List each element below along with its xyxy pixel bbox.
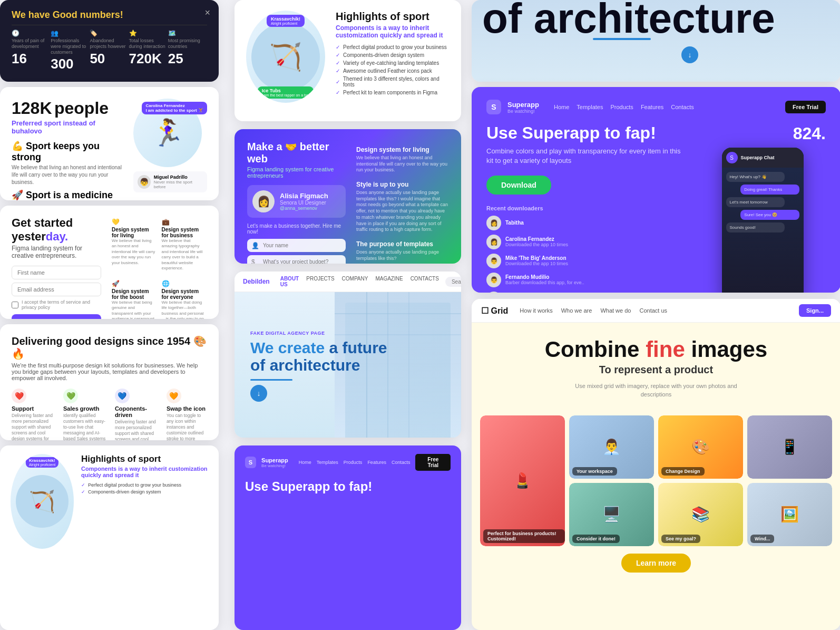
close-icon[interactable]: × <box>204 7 210 18</box>
terms-checkbox[interactable] <box>12 302 18 308</box>
nav-search-input[interactable] <box>445 277 461 287</box>
stat-countries-label: Most promising countries <box>168 38 207 50</box>
arch-headline: We create a future of architecture <box>250 339 387 374</box>
img-caption-design: Change Design <box>661 467 705 476</box>
arch-circle-down[interactable]: ↓ <box>681 46 698 63</box>
sb-nav-products[interactable]: Products <box>344 460 363 465</box>
user-badge-bottom: Ice Tubs I am the best rapper on a bar <box>258 86 314 99</box>
sport-section1-title: 💪 Sport keeps you strong <box>12 140 125 163</box>
stats-row: 🕐 Years of pain of development 16 👥 Prof… <box>12 30 207 72</box>
svc-support: ❤️ Support Delivering faster and more pe… <box>12 389 55 440</box>
design-headline: Delivering good designs since 1954 🎨🔥 <box>12 335 207 360</box>
phone-header: S Superapp Chat <box>722 148 804 168</box>
chat-msg-4: Sure! See you 😊 <box>740 210 799 220</box>
arch-navbar: Debilden ABOUT US PROJECTS COMPANY MAGAZ… <box>235 272 461 292</box>
svc-support-icon: ❤️ <box>12 389 26 403</box>
superapp-nav-contacts[interactable]: Contacts <box>671 104 694 110</box>
downloaders-label: Recent downloaders <box>486 205 685 211</box>
nav-aboutus[interactable]: ABOUT US <box>280 276 299 287</box>
dl-avatar-4: 👨 <box>486 273 501 287</box>
grid-nav-how[interactable]: How it works <box>520 307 552 314</box>
phone-name: Superapp Chat <box>741 155 775 160</box>
superapp-bottom-card: S Superapp Be watching! Home Templates P… <box>235 445 461 630</box>
grid-img-window: 🖼️ Wind... <box>747 483 832 546</box>
downloads-count: 824. <box>699 124 826 143</box>
sb-nav-home[interactable]: Home <box>299 460 311 465</box>
svc-sales-icon: 💚 <box>63 389 78 403</box>
superapp-download-button[interactable]: Download <box>486 176 551 195</box>
profile-box: 👩 Alisia Figmach Senora UI Designer @ann… <box>247 185 346 218</box>
arch-accent-line <box>593 38 651 40</box>
superapp-logo-box: S <box>486 100 501 114</box>
design-sub: We're the first multi-purpose design kit… <box>12 362 207 381</box>
phone-avatar: S <box>726 152 738 163</box>
get-started-button[interactable]: Get started yesterday → <box>12 314 101 319</box>
betterweb-card: Make a 🤝 better web Figma landing system… <box>235 129 461 264</box>
downloader-3: 👨 Mike 'The Big' Anderson Downloaded the… <box>486 254 685 268</box>
downloader-2: 👩 Carolina Fernandez Downloaded the app … <box>486 235 685 249</box>
superapp-content: Use Superapp to fap! Combine colors and … <box>486 124 826 293</box>
superapp-nav-products[interactable]: Products <box>610 104 633 110</box>
chat-msg-1: Hey! What's up? 👋 <box>726 172 785 182</box>
grid-nav-contact[interactable]: Contact us <box>639 307 667 314</box>
name-input[interactable] <box>247 239 346 252</box>
superapp-nav-templates[interactable]: Templates <box>577 104 603 110</box>
superapp-nav-features[interactable]: Features <box>641 104 663 110</box>
getstarted-headline: Get started yesterday. <box>12 216 101 244</box>
stats-title: We have Good numbers! <box>12 9 207 21</box>
getstarted-sub: Figma landing system for creative entrep… <box>12 245 101 259</box>
profile-avatar: 👩 <box>252 190 275 212</box>
superapp-bottom-logo: S <box>245 457 256 468</box>
profile-name: Alisia Figmach <box>280 192 328 200</box>
stat-losses: ⭐ Total losses during interaction 720K <box>129 30 168 72</box>
profile-title: Senora UI Designer <box>280 200 328 206</box>
superapp-sub: Combine colors and play with transparenc… <box>486 147 685 166</box>
img-caption-lipstick: Perfect for business products! Customize… <box>483 529 565 543</box>
superapp-trial-button[interactable]: Free Trial <box>785 101 826 113</box>
superapp-bottom-trial-btn[interactable]: Free Trial <box>415 454 451 471</box>
grid-img-design: 🎨 Change Design <box>658 415 743 479</box>
user-badge-top: Krassavchik! Alright proficient <box>267 15 305 27</box>
grid-nav-what[interactable]: What we do <box>600 307 631 314</box>
sport-avatar: 🏹 <box>251 23 320 91</box>
feature-business: 💼 Design system for business We believe … <box>162 218 208 276</box>
architecture-card: Debilden ABOUT US PROJECTS COMPANY MAGAZ… <box>235 272 461 438</box>
nav-projects[interactable]: PROJECTS <box>306 276 334 287</box>
getstarted-card: Get started yesterday. Figma landing sys… <box>0 206 219 319</box>
nav-contacts[interactable]: CONTACTS <box>411 276 439 287</box>
grid-learn-more-button[interactable]: Learn more <box>621 554 691 573</box>
nav-magazine[interactable]: MAGAZINE <box>375 276 403 287</box>
sb-nav-features[interactable]: Features <box>367 460 386 465</box>
budget-input[interactable] <box>247 255 346 264</box>
budget-field-row: $ <box>247 255 346 264</box>
rp-style: Style is up to you Does anyone actually … <box>356 181 448 233</box>
email-input[interactable] <box>12 283 101 296</box>
betterweb-sub: Figma landing system for creative entrep… <box>247 166 346 179</box>
stat-countries: 🗺️ Most promising countries 25 <box>168 30 207 72</box>
sb-nav-templates[interactable]: Templates <box>317 460 338 465</box>
name-field-row: 👤 <box>247 239 346 252</box>
grid-nav-button[interactable]: Sign... <box>799 304 831 317</box>
superapp-bottom-links: Home Templates Products Features Contact… <box>299 460 411 465</box>
stat-countries-value: 25 <box>168 51 183 67</box>
stat-years: 🕐 Years of pain of development 16 <box>12 30 51 72</box>
feature-everyone: 🌐 Design system for everyone We believe … <box>162 280 208 319</box>
grid-image-grid: 💄 Perfect for business products! Customi… <box>472 415 840 546</box>
betterweb-headline: Make a 🤝 better web <box>247 141 346 165</box>
arch-nav-items: ABOUT US PROJECTS COMPANY MAGAZINE CONTA… <box>280 276 439 287</box>
profile-handle: @anna_semenov <box>280 206 328 211</box>
stat-years-value: 16 <box>12 51 27 67</box>
downloader-1: 👩 Tabitha <box>486 216 685 230</box>
sb-nav-contacts[interactable]: Contacts <box>392 460 411 465</box>
sport-card: 128K people Preferred sport instead of b… <box>0 87 219 200</box>
rp-living: Design system for living We believe that… <box>356 146 448 173</box>
first-name-input[interactable] <box>12 266 101 279</box>
nav-company[interactable]: COMPANY <box>342 276 368 287</box>
superapp-nav-home[interactable]: Home <box>554 104 569 110</box>
grid-nav-who[interactable]: Who we are <box>561 307 592 314</box>
user1-badge-desc: I am addicted to the sport 🏋️ <box>145 108 203 113</box>
phone-screen: S Superapp Chat Hey! What's up? 👋 Doing … <box>722 148 804 293</box>
stat-abandoned-icon: 🏷️ <box>90 30 97 37</box>
chat-msg-3: Let's meet tomorrow <box>726 197 785 207</box>
arch-down-button[interactable]: ↓ <box>250 385 267 402</box>
